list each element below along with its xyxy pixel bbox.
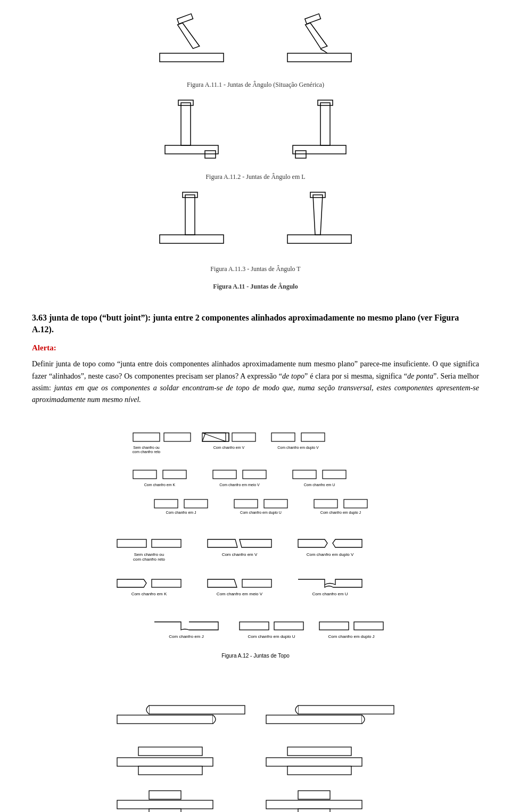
svg-rect-75 [117, 715, 213, 724]
alert-text: Definir junta de topo como “junta entre … [32, 358, 479, 406]
svg-rect-84 [287, 766, 351, 775]
svg-text:Com chanfro em duplo U: Com chanfro em duplo U [248, 634, 295, 639]
fig-a12-main: Sem chanfro ou com chanfro reto Com chan… [106, 523, 405, 662]
svg-rect-76 [149, 706, 245, 714]
svg-text:Sem chanfro ou: Sem chanfro ou [134, 552, 164, 557]
fig-a11-3-left [149, 190, 234, 259]
svg-rect-12 [293, 145, 346, 154]
svg-marker-24 [202, 433, 229, 441]
text-section: 3.63 junta de topo (“butt joint”): junta… [32, 312, 479, 406]
svg-text:Com chanfro em duplo U: Com chanfro em duplo U [240, 511, 282, 515]
svg-rect-86 [149, 791, 181, 799]
svg-rect-27 [232, 433, 256, 441]
svg-rect-82 [266, 758, 362, 766]
svg-rect-85 [117, 800, 213, 809]
svg-rect-89 [298, 791, 330, 799]
svg-rect-36 [243, 470, 266, 479]
svg-rect-90 [298, 809, 330, 812]
svg-rect-41 [154, 499, 178, 508]
svg-text:Com chanfro em meio V: Com chanfro em meio V [219, 483, 260, 487]
svg-text:Com chanfro em duplo J: Com chanfro em duplo J [328, 634, 374, 639]
fig-a12-diagram: Sem chanfro ou com chanfro reto Com chan… [122, 417, 389, 523]
svg-rect-51 [152, 539, 181, 547]
fig-a11-1-row [149, 11, 362, 75]
alert-label: Alerta: [32, 343, 56, 352]
svg-rect-13 [295, 151, 306, 158]
svg-rect-21 [164, 433, 191, 441]
fig-a11-2-row [149, 97, 362, 167]
fig-a11-3-right [277, 190, 362, 259]
svg-text:Com chanfro em K: Com chanfro em K [131, 592, 167, 596]
svg-marker-1 [178, 20, 200, 51]
svg-rect-38 [293, 470, 316, 479]
svg-marker-58 [333, 539, 362, 547]
fig-a13-section: Figura A.13 - Juntas Sobrepostas [32, 672, 479, 812]
fig-a11-main-caption: Figura A.11 - Juntas de Ângulo [213, 283, 298, 291]
svg-rect-29 [271, 433, 295, 441]
svg-marker-17 [313, 195, 323, 235]
svg-text:Com chanfro em J: Com chanfro em J [169, 634, 203, 639]
svg-rect-5 [305, 14, 321, 24]
svg-rect-88 [266, 800, 362, 809]
svg-rect-47 [314, 499, 337, 508]
alert-label-paragraph: Alerta: [32, 341, 479, 354]
svg-rect-10 [320, 103, 330, 145]
svg-text:Com chanfro em U: Com chanfro em U [312, 592, 348, 596]
svg-rect-33 [163, 470, 186, 479]
svg-rect-14 [185, 195, 195, 235]
svg-rect-35 [213, 470, 236, 479]
svg-rect-68 [240, 622, 269, 630]
svg-text:Com chanfro em J: Com chanfro em J [166, 511, 196, 514]
svg-rect-61 [152, 579, 181, 587]
svg-text:Com chanfro em meio V: Com chanfro em meio V [217, 592, 263, 596]
svg-rect-77 [266, 715, 362, 724]
svg-rect-19 [287, 235, 351, 243]
fig-a11-1-caption: Figura A.11.1 - Juntas de Ângulo (Situaç… [187, 81, 324, 89]
svg-marker-63 [208, 579, 237, 587]
svg-marker-55 [240, 539, 271, 547]
svg-text:com chanfro reto: com chanfro reto [133, 450, 161, 454]
svg-marker-4 [306, 20, 327, 51]
svg-rect-16 [160, 235, 224, 243]
fig-a11-1-left [149, 11, 234, 75]
svg-marker-57 [298, 539, 327, 547]
svg-rect-20 [133, 433, 160, 441]
svg-rect-72 [354, 622, 383, 630]
svg-rect-42 [184, 499, 208, 508]
svg-rect-32 [133, 470, 156, 479]
svg-rect-50 [117, 539, 146, 547]
svg-text:Com chanfro em K: Com chanfro em K [144, 483, 176, 487]
svg-rect-83 [287, 747, 351, 756]
fig-a11-2-left [149, 97, 234, 167]
fig-a11-3-caption: Figura A.11.3 - Juntas de Ângulo T [210, 265, 300, 273]
svg-rect-80 [138, 747, 202, 756]
svg-rect-69 [274, 622, 303, 630]
svg-rect-45 [264, 499, 287, 508]
fig-a11-2-caption: Figura A.11.2 - Juntas de Ângulo em L [205, 173, 305, 181]
svg-rect-71 [319, 622, 349, 630]
fig-a13-diagram: Figura A.13 - Juntas Sobrepostas [101, 672, 410, 812]
fig-a12-section: Sem chanfro ou com chanfro reto Com chan… [32, 417, 479, 662]
svg-rect-2 [177, 14, 193, 24]
svg-text:Com chanfro em V: Com chanfro em V [213, 446, 245, 449]
fig-a11-2-right [277, 97, 362, 167]
svg-rect-6 [181, 103, 191, 145]
svg-rect-39 [323, 470, 346, 479]
svg-rect-64 [242, 579, 271, 587]
svg-rect-8 [165, 145, 218, 154]
svg-marker-54 [208, 539, 237, 547]
svg-text:com chanfro reto: com chanfro reto [133, 557, 166, 562]
svg-text:Figura A.12 - Juntas de Topo: Figura A.12 - Juntas de Topo [221, 653, 290, 659]
svg-rect-48 [344, 499, 367, 508]
svg-text:Sem chanfro ou: Sem chanfro ou [133, 446, 160, 449]
fig-a11-1-right [277, 11, 362, 75]
svg-rect-87 [149, 809, 181, 812]
svg-text:Com chanfro em duplo V: Com chanfro em duplo V [307, 552, 354, 557]
svg-rect-79 [117, 758, 213, 766]
svg-text:Com chanfro em duplo J: Com chanfro em duplo J [320, 511, 361, 515]
svg-text:Com chanfro em V: Com chanfro em V [222, 552, 258, 557]
svg-rect-3 [287, 53, 351, 62]
figures-a11-section: Figura A.11.1 - Juntas de Ângulo (Situaç… [32, 11, 479, 301]
svg-rect-78 [298, 706, 394, 714]
fig-a11-3-row [149, 190, 362, 259]
